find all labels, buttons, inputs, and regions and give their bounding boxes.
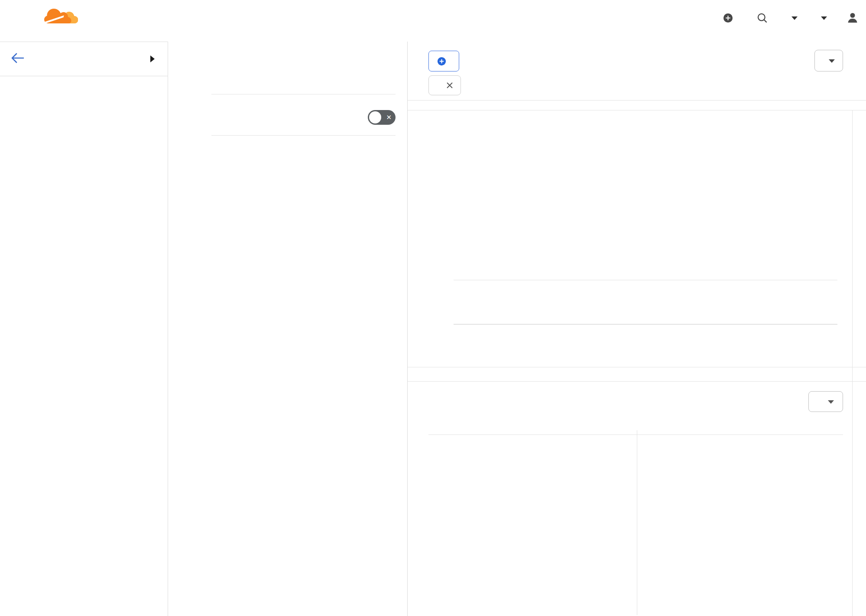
remove-filter-icon[interactable] [445, 81, 454, 90]
gridline-500 [454, 280, 837, 280]
site-expand-icon[interactable] [150, 55, 155, 62]
requests-by-source-section [408, 381, 866, 615]
items-count-dropdown[interactable] [808, 391, 843, 412]
time-range-dropdown[interactable] [814, 50, 843, 71]
cache-status-stacked-bar [428, 210, 837, 229]
divider [211, 94, 396, 94]
user-icon[interactable] [846, 11, 859, 24]
chevron-down-icon [821, 16, 827, 20]
add-filter-button[interactable] [428, 51, 459, 71]
search-icon[interactable] [756, 12, 768, 24]
cloudflare-logo[interactable] [8, 5, 81, 27]
sidebar [0, 42, 168, 616]
filter-chip[interactable] [428, 75, 461, 95]
development-mode-row: ✕ [211, 107, 396, 125]
development-mode-toggle[interactable]: ✕ [368, 110, 396, 125]
cloudflare-cloud-icon [44, 5, 78, 26]
language-menu[interactable] [817, 16, 827, 20]
cloudflare-dashboard: ✕ [0, 0, 866, 616]
plus-circle-icon [723, 13, 733, 23]
summary-column: ✕ [168, 42, 407, 616]
chevron-down-icon [791, 16, 798, 20]
filter-bar [408, 42, 866, 101]
add-site-button[interactable] [723, 13, 737, 23]
header-actions [723, 10, 866, 26]
cache-status-section [408, 110, 866, 367]
sidebar-nav [0, 76, 168, 80]
toggle-knob [369, 111, 381, 123]
site-selector[interactable] [0, 42, 168, 76]
support-menu[interactable] [787, 16, 798, 20]
chevron-down-icon [829, 59, 835, 63]
toggle-off-icon: ✕ [386, 113, 392, 121]
analytics-panel [407, 42, 866, 616]
cache-status-legend [428, 144, 837, 191]
plus-circle-icon [437, 57, 446, 66]
top-header [0, 0, 866, 42]
divider [211, 135, 396, 136]
back-arrow-icon[interactable] [11, 52, 25, 65]
cache-status-chart [428, 255, 837, 330]
divider [428, 434, 843, 435]
chevron-down-icon [828, 400, 834, 404]
column-divider [637, 430, 637, 615]
